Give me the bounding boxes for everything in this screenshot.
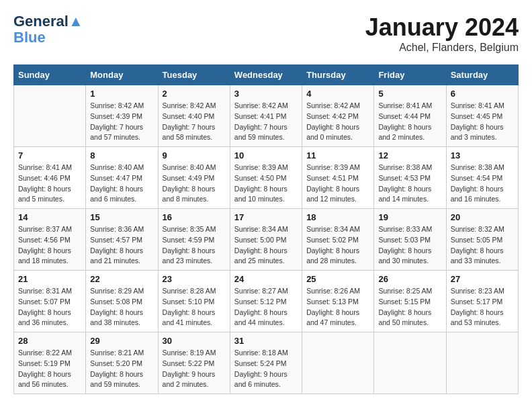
- header-cell-sunday: Sunday: [14, 65, 86, 85]
- day-detail: Sunrise: 8:23 AMSunset: 5:17 PMDaylight:…: [451, 286, 514, 328]
- day-detail: Sunrise: 8:34 AMSunset: 5:00 PMDaylight:…: [234, 224, 298, 267]
- day-detail: Sunrise: 8:40 AMSunset: 4:47 PMDaylight:…: [90, 163, 153, 205]
- week-row-1: 1Sunrise: 8:42 AMSunset: 4:39 PMDaylight…: [14, 85, 519, 147]
- day-number: 24: [234, 274, 298, 284]
- day-detail: Sunrise: 8:27 AMSunset: 5:12 PMDaylight:…: [234, 286, 298, 328]
- day-detail: Sunrise: 8:19 AMSunset: 5:22 PMDaylight:…: [163, 348, 226, 390]
- day-number: 7: [18, 150, 81, 161]
- logo-text: General▲ Blue: [13, 13, 83, 46]
- day-cell: 13Sunrise: 8:38 AMSunset: 4:54 PMDayligh…: [446, 147, 518, 209]
- day-number: 22: [90, 274, 153, 284]
- day-number: 3: [234, 89, 298, 99]
- week-row-2: 7Sunrise: 8:41 AMSunset: 4:46 PMDaylight…: [14, 147, 519, 209]
- day-number: 29: [90, 336, 153, 346]
- day-detail: Sunrise: 8:41 AMSunset: 4:46 PMDaylight:…: [18, 163, 81, 205]
- day-cell: 3Sunrise: 8:42 AMSunset: 4:41 PMDaylight…: [230, 85, 302, 147]
- day-cell: 22Sunrise: 8:29 AMSunset: 5:08 PMDayligh…: [86, 271, 158, 332]
- day-cell: 6Sunrise: 8:41 AMSunset: 4:45 PMDaylight…: [446, 85, 518, 147]
- day-number: 21: [18, 274, 81, 284]
- page-header: General▲ Blue January 2024 Achel, Flande…: [13, 13, 519, 54]
- day-detail: Sunrise: 8:40 AMSunset: 4:49 PMDaylight:…: [163, 163, 226, 205]
- day-cell: 14Sunrise: 8:37 AMSunset: 4:56 PMDayligh…: [14, 209, 86, 271]
- header-cell-wednesday: Wednesday: [230, 65, 302, 85]
- day-detail: Sunrise: 8:38 AMSunset: 4:54 PMDaylight:…: [451, 163, 514, 205]
- day-detail: Sunrise: 8:39 AMSunset: 4:51 PMDaylight:…: [306, 163, 369, 205]
- day-cell: [446, 332, 518, 394]
- day-detail: Sunrise: 8:21 AMSunset: 5:20 PMDaylight:…: [90, 348, 153, 390]
- header-cell-friday: Friday: [374, 65, 446, 85]
- header-cell-thursday: Thursday: [302, 65, 374, 85]
- calendar-table: SundayMondayTuesdayWednesdayThursdayFrid…: [13, 64, 519, 394]
- day-cell: 7Sunrise: 8:41 AMSunset: 4:46 PMDaylight…: [14, 147, 86, 209]
- day-detail: Sunrise: 8:36 AMSunset: 4:57 PMDaylight:…: [90, 224, 153, 267]
- day-number: 10: [234, 150, 298, 161]
- day-number: 13: [451, 150, 514, 161]
- day-number: 8: [90, 150, 153, 161]
- day-number: 12: [378, 150, 441, 161]
- day-detail: Sunrise: 8:22 AMSunset: 5:19 PMDaylight:…: [18, 348, 81, 390]
- day-cell: 26Sunrise: 8:25 AMSunset: 5:15 PMDayligh…: [374, 271, 446, 332]
- day-detail: Sunrise: 8:41 AMSunset: 4:45 PMDaylight:…: [451, 101, 514, 143]
- day-detail: Sunrise: 8:35 AMSunset: 4:59 PMDaylight:…: [163, 224, 226, 267]
- day-number: 30: [163, 336, 226, 346]
- day-detail: Sunrise: 8:31 AMSunset: 5:07 PMDaylight:…: [18, 286, 81, 328]
- day-number: 9: [163, 150, 226, 161]
- day-cell: 15Sunrise: 8:36 AMSunset: 4:57 PMDayligh…: [86, 209, 158, 271]
- week-row-5: 28Sunrise: 8:22 AMSunset: 5:19 PMDayligh…: [14, 332, 519, 394]
- day-number: 1: [90, 89, 153, 99]
- day-number: 27: [451, 274, 514, 284]
- day-number: 16: [163, 212, 226, 222]
- day-number: 2: [163, 89, 226, 99]
- day-detail: Sunrise: 8:33 AMSunset: 5:03 PMDaylight:…: [378, 224, 441, 267]
- header-cell-monday: Monday: [86, 65, 158, 85]
- day-cell: 18Sunrise: 8:34 AMSunset: 5:02 PMDayligh…: [302, 209, 374, 271]
- calendar-title: January 2024: [365, 13, 519, 42]
- day-cell: 12Sunrise: 8:38 AMSunset: 4:53 PMDayligh…: [374, 147, 446, 209]
- day-cell: 8Sunrise: 8:40 AMSunset: 4:47 PMDaylight…: [86, 147, 158, 209]
- day-cell: [14, 85, 86, 147]
- day-detail: Sunrise: 8:41 AMSunset: 4:44 PMDaylight:…: [378, 101, 441, 143]
- header-cell-tuesday: Tuesday: [158, 65, 230, 85]
- day-detail: Sunrise: 8:18 AMSunset: 5:24 PMDaylight:…: [234, 348, 298, 390]
- day-detail: Sunrise: 8:37 AMSunset: 4:56 PMDaylight:…: [18, 224, 81, 267]
- day-cell: 11Sunrise: 8:39 AMSunset: 4:51 PMDayligh…: [302, 147, 374, 209]
- day-detail: Sunrise: 8:28 AMSunset: 5:10 PMDaylight:…: [163, 286, 226, 328]
- day-cell: [374, 332, 446, 394]
- day-number: 31: [234, 336, 298, 346]
- day-cell: 31Sunrise: 8:18 AMSunset: 5:24 PMDayligh…: [230, 332, 302, 394]
- day-cell: 17Sunrise: 8:34 AMSunset: 5:00 PMDayligh…: [230, 209, 302, 271]
- day-number: 17: [234, 212, 298, 222]
- day-detail: Sunrise: 8:26 AMSunset: 5:13 PMDaylight:…: [306, 286, 369, 328]
- week-row-3: 14Sunrise: 8:37 AMSunset: 4:56 PMDayligh…: [14, 209, 519, 271]
- logo: General▲ Blue: [13, 13, 83, 46]
- header-cell-saturday: Saturday: [446, 65, 518, 85]
- day-number: 4: [306, 89, 369, 99]
- calendar-header-row: SundayMondayTuesdayWednesdayThursdayFrid…: [14, 65, 519, 85]
- day-number: 20: [451, 212, 514, 222]
- day-cell: 10Sunrise: 8:39 AMSunset: 4:50 PMDayligh…: [230, 147, 302, 209]
- day-cell: 16Sunrise: 8:35 AMSunset: 4:59 PMDayligh…: [158, 209, 230, 271]
- day-number: 5: [378, 89, 441, 99]
- day-detail: Sunrise: 8:42 AMSunset: 4:42 PMDaylight:…: [306, 101, 369, 143]
- day-cell: 20Sunrise: 8:32 AMSunset: 5:05 PMDayligh…: [446, 209, 518, 271]
- day-detail: Sunrise: 8:42 AMSunset: 4:40 PMDaylight:…: [163, 101, 226, 143]
- day-cell: 29Sunrise: 8:21 AMSunset: 5:20 PMDayligh…: [86, 332, 158, 394]
- day-cell: 25Sunrise: 8:26 AMSunset: 5:13 PMDayligh…: [302, 271, 374, 332]
- day-cell: 27Sunrise: 8:23 AMSunset: 5:17 PMDayligh…: [446, 271, 518, 332]
- day-detail: Sunrise: 8:32 AMSunset: 5:05 PMDaylight:…: [451, 224, 514, 267]
- day-cell: 24Sunrise: 8:27 AMSunset: 5:12 PMDayligh…: [230, 271, 302, 332]
- calendar-subtitle: Achel, Flanders, Belgium: [365, 42, 519, 54]
- week-row-4: 21Sunrise: 8:31 AMSunset: 5:07 PMDayligh…: [14, 271, 519, 332]
- day-detail: Sunrise: 8:42 AMSunset: 4:39 PMDaylight:…: [90, 101, 153, 143]
- day-detail: Sunrise: 8:39 AMSunset: 4:50 PMDaylight:…: [234, 163, 298, 205]
- calendar-body: 1Sunrise: 8:42 AMSunset: 4:39 PMDaylight…: [14, 85, 519, 394]
- day-cell: 2Sunrise: 8:42 AMSunset: 4:40 PMDaylight…: [158, 85, 230, 147]
- day-cell: 9Sunrise: 8:40 AMSunset: 4:49 PMDaylight…: [158, 147, 230, 209]
- day-detail: Sunrise: 8:38 AMSunset: 4:53 PMDaylight:…: [378, 163, 441, 205]
- day-number: 6: [451, 89, 514, 99]
- day-detail: Sunrise: 8:25 AMSunset: 5:15 PMDaylight:…: [378, 286, 441, 328]
- day-cell: 4Sunrise: 8:42 AMSunset: 4:42 PMDaylight…: [302, 85, 374, 147]
- day-cell: 1Sunrise: 8:42 AMSunset: 4:39 PMDaylight…: [86, 85, 158, 147]
- day-cell: 28Sunrise: 8:22 AMSunset: 5:19 PMDayligh…: [14, 332, 86, 394]
- day-number: 14: [18, 212, 81, 222]
